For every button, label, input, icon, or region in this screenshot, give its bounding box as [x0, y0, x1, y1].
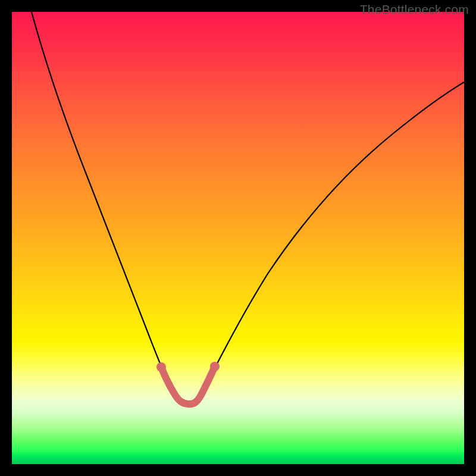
highlight-start-dot [156, 362, 166, 372]
curve-layer [12, 12, 464, 464]
bottleneck-curve [32, 12, 464, 404]
chart-frame: TheBottleneck.com [0, 0, 476, 476]
plot-gradient-background [12, 12, 464, 464]
highlight-segment [161, 367, 215, 404]
highlight-end-dot [210, 362, 220, 371]
